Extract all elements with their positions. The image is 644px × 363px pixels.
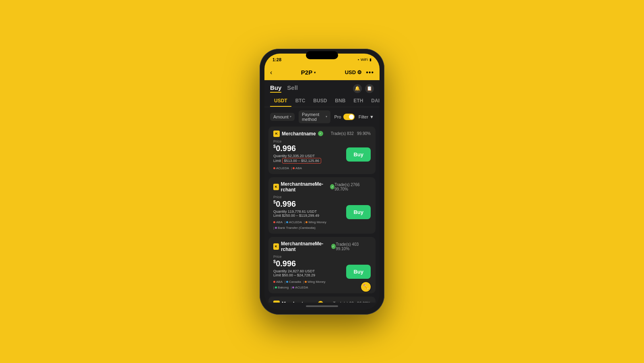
notification-icon[interactable]: 🔔 bbox=[353, 84, 362, 93]
tag-wing-1: Wing Money bbox=[304, 220, 326, 224]
merchant-name-1: MerchantnameMe­rchant bbox=[281, 181, 328, 193]
merchant-left-2: K MerchantnameMe­rchant ✓ bbox=[273, 241, 336, 252]
qty-val-0: 52,335.20 USDT bbox=[288, 154, 315, 158]
merchant-left-1: K MerchantnameMe­rchant ✓ bbox=[273, 181, 334, 193]
coin-tabs: USDT BTC BUSD BNB ETH DAI bbox=[264, 95, 380, 107]
merchant-logo-1: K bbox=[273, 184, 279, 190]
trades-count-2: 403 bbox=[352, 242, 359, 247]
buy-sell-tabs: Buy Sell 🔔 📋 bbox=[264, 80, 380, 95]
status-icons: ▪ WiFi ▮ bbox=[358, 58, 372, 62]
buy-button-0[interactable]: Buy bbox=[346, 147, 371, 162]
payment-method-filter-button[interactable]: Payment method ▾ bbox=[299, 110, 330, 123]
trades-label-0: Trade(s) bbox=[331, 131, 347, 136]
payment-dropdown-icon: ▾ bbox=[326, 115, 327, 118]
trades-label-2: Trade(s) bbox=[336, 242, 352, 247]
merchant-name-2: MerchantnameMe­rchant bbox=[281, 241, 329, 252]
merchant-logo-2: K bbox=[273, 243, 279, 250]
price-num-1: 0.996 bbox=[276, 199, 296, 208]
qty-line-0: Quantity 52,335.20 USDT bbox=[273, 154, 342, 158]
qty-line-1: Quantity 119,778.61 USDT bbox=[273, 210, 342, 214]
coin-tab-eth[interactable]: ETH bbox=[349, 95, 367, 107]
price-num-2: 0.996 bbox=[276, 259, 296, 268]
coin-tab-busd[interactable]: BUSD bbox=[309, 95, 331, 107]
currency-label: USD bbox=[345, 69, 356, 75]
qty-val-1: 119,778.61 USDT bbox=[288, 210, 317, 214]
tab-sell[interactable]: Sell bbox=[287, 84, 298, 93]
listings-container: K Merchantname ✓ Trade(s) 832 99.90% bbox=[264, 127, 380, 303]
phone-screen: 1:28 ▪ WiFi ▮ ‹ P2P ▾ USD ⚙ ••• bbox=[264, 54, 380, 310]
tab-buy[interactable]: Buy bbox=[270, 84, 281, 93]
tag-acleda-1: ACLEDA bbox=[285, 220, 302, 224]
trades-count-1: 2766 bbox=[351, 183, 359, 187]
filter-label: Filter bbox=[359, 114, 368, 119]
orders-icon[interactable]: 📋 bbox=[365, 84, 374, 93]
listing-card-2: K MerchantnameMe­rchant ✓ Trade(s) 403 9… bbox=[268, 237, 376, 293]
card-bottom-0: Price $0.996 Quantity 52,335.20 USDT Lim… bbox=[273, 139, 371, 170]
payment-tags-1: ABA ACLEDA Wing Money Bank Transfer (Cam… bbox=[273, 220, 342, 230]
nav-title: P2P bbox=[301, 69, 312, 76]
trades-label-1: Trade(s) bbox=[334, 183, 351, 187]
home-indicator bbox=[264, 303, 380, 310]
price-value-1: $0.996 bbox=[273, 200, 342, 208]
floating-action-button[interactable]: ✏️ bbox=[360, 281, 372, 292]
verified-badge-0: ✓ bbox=[318, 131, 323, 136]
merchant-row-0: K Merchantname ✓ Trade(s) 832 99.90% bbox=[273, 131, 371, 137]
limit-val-0: $513.00 – $52,125.86 bbox=[282, 158, 322, 164]
nav-center: P2P ▾ bbox=[301, 69, 316, 76]
buy-button-1[interactable]: Buy bbox=[346, 205, 371, 219]
currency-filter-icon: ⚙ bbox=[357, 69, 362, 75]
qty-label-1: Quantity bbox=[273, 210, 287, 214]
tag-dot-1 bbox=[293, 167, 295, 169]
bs-icons: 🔔 📋 bbox=[353, 84, 374, 93]
merchant-left-0: K Merchantname ✓ bbox=[273, 131, 323, 137]
price-label-0: Price bbox=[273, 139, 342, 143]
price-value-2: $0.996 bbox=[273, 259, 342, 268]
dynamic-island bbox=[306, 51, 338, 59]
price-info-2: Price $0.996 Quantity 24,827.60 USDT Lim… bbox=[273, 255, 342, 289]
limit-val-2: $50.00 – $24,728.29 bbox=[282, 273, 316, 277]
qty-limit-2: Quantity 24,827.60 USDT Limit $50.00 – $… bbox=[273, 269, 342, 277]
filter-bar: Amount ▾ Payment method ▾ Pro Filter ▼ bbox=[264, 107, 380, 127]
tag-bakong-2: Bakong bbox=[273, 286, 289, 289]
main-content: Buy Sell 🔔 📋 USDT BTC BUSD BNB ETH DAI bbox=[264, 80, 380, 310]
limit-label-1: Limit bbox=[273, 214, 281, 218]
more-menu-button[interactable]: ••• bbox=[366, 69, 374, 76]
tag-canadia-2: Canadia bbox=[285, 280, 301, 284]
price-value-0: $0.996 bbox=[273, 144, 342, 152]
merchant-row-1: K MerchantnameMe­rchant ✓ Trade(s) 2766 … bbox=[273, 181, 371, 193]
qty-val-2: 24,827.60 USDT bbox=[288, 269, 315, 273]
amount-filter-button[interactable]: Amount ▾ bbox=[270, 113, 295, 121]
buy-button-2[interactable]: Buy bbox=[346, 265, 371, 279]
coin-tab-btc[interactable]: BTC bbox=[291, 95, 310, 107]
back-button[interactable]: ‹ bbox=[270, 69, 272, 76]
pro-toggle-switch[interactable] bbox=[343, 114, 355, 120]
card-bottom-2: Price $0.996 Quantity 24,827.60 USDT Lim… bbox=[273, 255, 371, 289]
price-num-0: 0.996 bbox=[276, 144, 296, 153]
tag-aba-0: ABA bbox=[291, 166, 302, 170]
limit-label-2: Limit bbox=[273, 273, 281, 277]
pro-toggle: Pro bbox=[334, 114, 355, 120]
filter-funnel-icon: ▼ bbox=[369, 114, 374, 119]
phone-frame: 1:28 ▪ WiFi ▮ ‹ P2P ▾ USD ⚙ ••• bbox=[260, 49, 384, 315]
price-label-1: Price bbox=[273, 195, 342, 199]
tag-aba-2: ABA bbox=[273, 280, 283, 284]
nav-dropdown-icon[interactable]: ▾ bbox=[314, 71, 316, 75]
qty-line-2: Quantity 24,827.60 USDT bbox=[273, 269, 342, 273]
tag-acleda-2: ACLEDA bbox=[291, 286, 308, 289]
filter-button[interactable]: Filter ▼ bbox=[359, 114, 374, 119]
coin-tab-bnb[interactable]: BNB bbox=[331, 95, 349, 107]
payment-tags-2: ABA Canadia Wing Money Bakong ACLEDA bbox=[273, 280, 342, 289]
completion-2: 99.10% bbox=[336, 247, 349, 251]
completion-0: 99.90% bbox=[357, 131, 371, 136]
tag-bank-1: Bank Transfer (Cambodia) bbox=[273, 226, 316, 230]
coin-tab-usdt[interactable]: USDT bbox=[270, 95, 291, 107]
currency-selector[interactable]: USD ⚙ bbox=[345, 69, 362, 75]
verified-badge-2: ✓ bbox=[331, 244, 336, 249]
card-bottom-1: Price $0.996 Quantity 119,778.61 USDT Li… bbox=[273, 195, 371, 230]
tag-acleda-0: ACLEDA bbox=[273, 166, 289, 170]
coin-tab-dai[interactable]: DAI bbox=[367, 95, 380, 107]
pro-label: Pro bbox=[334, 114, 341, 119]
listing-card-1: K MerchantnameMe­rchant ✓ Trade(s) 2766 … bbox=[268, 177, 376, 234]
tag-aba-1: ABA bbox=[273, 220, 283, 224]
price-info-1: Price $0.996 Quantity 119,778.61 USDT Li… bbox=[273, 195, 342, 230]
